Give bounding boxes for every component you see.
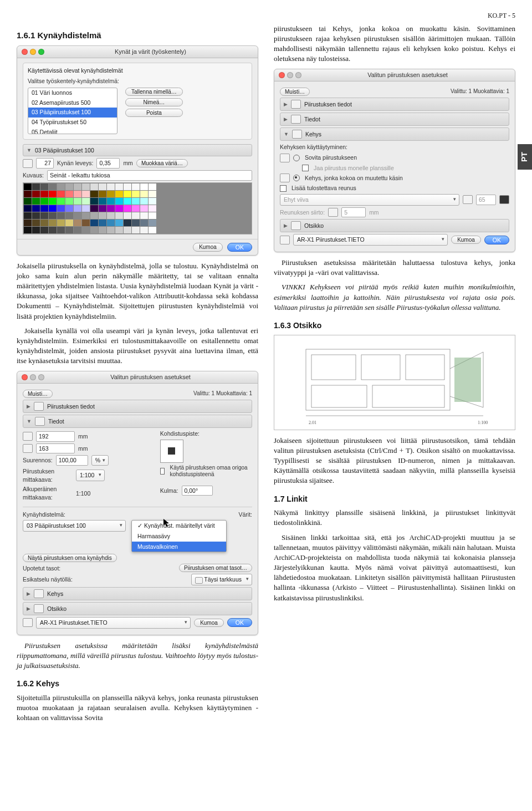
color-swatch[interactable] xyxy=(40,205,48,212)
width-input[interactable]: 192 xyxy=(36,431,75,442)
memory-button[interactable]: Muisti… xyxy=(280,88,310,96)
color-swatch[interactable] xyxy=(24,191,32,197)
color-swatch[interactable] xyxy=(24,198,32,205)
linetype-select[interactable]: Ehyt viiva xyxy=(280,194,459,206)
color-swatch[interactable] xyxy=(40,191,48,197)
color-swatch[interactable] xyxy=(132,212,140,219)
color-swatch[interactable] xyxy=(74,191,81,197)
color-swatch[interactable] xyxy=(82,227,90,233)
memory-button[interactable]: Muisti… xyxy=(23,390,53,398)
window-controls[interactable] xyxy=(22,49,44,55)
color-swatch[interactable] xyxy=(107,220,115,226)
color-swatch[interactable] xyxy=(90,220,98,226)
color-swatch[interactable] xyxy=(65,205,73,212)
color-swatch[interactable] xyxy=(140,220,148,226)
color-swatch[interactable] xyxy=(149,212,156,219)
color-swatch[interactable] xyxy=(149,191,156,197)
color-swatch[interactable] xyxy=(124,191,131,197)
close-icon[interactable] xyxy=(279,72,285,78)
penset-listbox[interactable]: 01 Väri luonnos 02 Asemapiirustus 500 03… xyxy=(28,88,117,134)
color-swatch[interactable] xyxy=(32,183,40,190)
scale-select[interactable]: 1:100 xyxy=(76,470,105,481)
color-swatch[interactable] xyxy=(99,227,106,233)
preview-select[interactable]: Täysi tarkkuus xyxy=(191,574,252,585)
list-item[interactable]: 05 Detaljit xyxy=(28,127,117,134)
color-swatch[interactable] xyxy=(57,191,65,197)
edit-color-button[interactable]: Muokkaa väriä… xyxy=(136,159,188,167)
height-input[interactable]: 163 xyxy=(36,443,75,454)
window-controls[interactable] xyxy=(279,72,301,78)
color-swatch[interactable] xyxy=(132,227,140,233)
color-swatch[interactable] xyxy=(115,220,123,226)
cancel-button[interactable]: Kumoa xyxy=(194,619,224,627)
color-swatch[interactable] xyxy=(132,198,140,205)
disclosure-row[interactable]: ▶Otsikko xyxy=(23,602,252,615)
radio-fit[interactable] xyxy=(293,155,300,161)
color-swatch[interactable] xyxy=(149,227,156,233)
color-swatch[interactable] xyxy=(90,212,98,219)
color-swatch[interactable] xyxy=(90,183,98,190)
color-swatch[interactable] xyxy=(49,183,57,190)
color-swatch[interactable] xyxy=(82,205,90,212)
disclosure-row[interactable]: ▶Piirustuksen tiedot xyxy=(23,400,252,413)
disclosure-row[interactable]: ▼Kehys xyxy=(280,127,509,141)
color-swatch[interactable] xyxy=(124,212,131,219)
color-swatch[interactable] xyxy=(140,212,148,219)
color-swatch[interactable] xyxy=(74,183,81,190)
color-swatch[interactable] xyxy=(40,212,48,219)
menu-item[interactable]: Mustavalkoinen xyxy=(132,542,226,552)
color-swatch[interactable] xyxy=(132,191,140,197)
color-swatch[interactable] xyxy=(57,227,65,233)
color-palette[interactable] xyxy=(23,182,252,234)
radio-manual[interactable] xyxy=(293,175,300,181)
origo-checkbox[interactable] xyxy=(160,468,165,475)
color-swatch[interactable] xyxy=(107,191,115,197)
cancel-button[interactable]: Kumoa xyxy=(451,236,481,244)
selected-set-header[interactable]: ▼ 03 Pääpiirustukset 100 xyxy=(23,144,252,157)
zoom-icon[interactable] xyxy=(38,49,44,55)
color-swatch[interactable] xyxy=(57,220,65,226)
color-swatch[interactable] xyxy=(65,220,73,226)
color-swatch[interactable] xyxy=(107,205,115,212)
color-swatch[interactable] xyxy=(32,198,40,205)
color-swatch[interactable] xyxy=(132,205,140,212)
color-swatch[interactable] xyxy=(32,191,40,197)
list-item[interactable]: 01 Väri luonnos xyxy=(28,88,117,98)
color-swatch[interactable] xyxy=(90,198,98,205)
color-swatch[interactable] xyxy=(149,220,156,226)
disclosure-row[interactable]: ▼Tiedot xyxy=(23,415,252,428)
pen-number[interactable]: 27 xyxy=(36,158,54,169)
color-swatch[interactable] xyxy=(149,198,156,205)
color-swatch[interactable] xyxy=(24,220,32,226)
color-swatch[interactable] xyxy=(65,183,73,190)
color-swatch[interactable] xyxy=(124,220,131,226)
color-swatch[interactable] xyxy=(65,227,73,233)
color-swatch[interactable] xyxy=(49,227,57,233)
anchor-grid[interactable] xyxy=(160,440,183,463)
ok-button[interactable]: OK xyxy=(227,618,252,627)
color-swatch[interactable] xyxy=(149,183,156,190)
color-swatch[interactable] xyxy=(140,183,148,190)
show-own-penset-button[interactable]: Näytä piirustuksen oma kynäyhdis xyxy=(23,554,117,562)
color-swatch[interactable] xyxy=(140,227,148,233)
color-swatch[interactable] xyxy=(90,227,98,233)
own-layers-button[interactable]: Piirustuksen omat tasot… xyxy=(179,564,252,572)
color-swatch[interactable] xyxy=(124,205,131,212)
ok-button[interactable]: OK xyxy=(484,236,509,244)
zoom-input[interactable]: 100,00 xyxy=(56,455,88,466)
color-swatch[interactable] xyxy=(82,191,90,197)
color-swatch[interactable] xyxy=(49,205,57,212)
color-swatch[interactable] xyxy=(140,198,148,205)
color-swatch[interactable] xyxy=(115,198,123,205)
close-icon[interactable] xyxy=(22,49,28,55)
id-source-select[interactable]: AR-X1 Piirustukset.TIETO xyxy=(293,234,448,246)
color-swatch[interactable] xyxy=(32,212,40,219)
color-swatch[interactable] xyxy=(40,198,48,205)
list-item[interactable]: 02 Asemapiirustus 500 xyxy=(28,98,117,108)
color-swatch[interactable] xyxy=(40,227,48,233)
color-swatch[interactable] xyxy=(149,205,156,212)
color-swatch[interactable] xyxy=(65,191,73,197)
color-swatch[interactable] xyxy=(65,198,73,205)
disclosure-row[interactable]: ▶Kehys xyxy=(23,587,252,600)
close-icon[interactable] xyxy=(22,374,28,380)
